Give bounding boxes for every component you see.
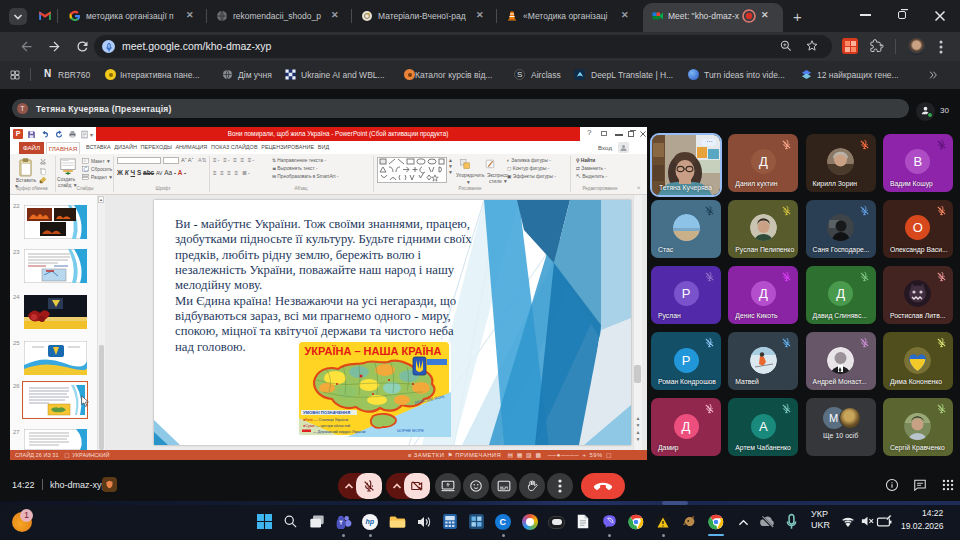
svg-text:●Київ — Столиця України: ●Київ — Столиця України — [303, 418, 348, 422]
svg-text:УКРАЇНА – НАША КРАЇНА: УКРАЇНА – НАША КРАЇНА — [305, 345, 442, 357]
svg-text:●Суми — центри областей: ●Суми — центри областей — [303, 424, 350, 428]
svg-text:ЧОРНЕ МОРЕ: ЧОРНЕ МОРЕ — [397, 428, 424, 433]
svg-text:УМОВНІ ПОЗНАЧЕННЯ: УМОВНІ ПОЗНАЧЕННЯ — [303, 410, 350, 415]
svg-text:— Державний кордон України: — Державний кордон України — [313, 430, 365, 434]
